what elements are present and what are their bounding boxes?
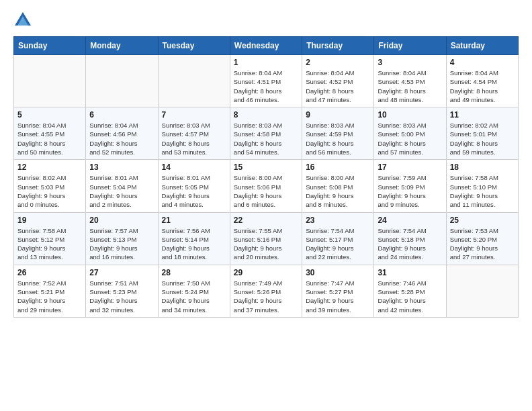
cell-day-number: 11 <box>450 110 515 120</box>
weekday-header-wednesday: Wednesday <box>230 37 302 55</box>
cell-info-text: Sunrise: 7:59 AM Sunset: 5:09 PM Dayligh… <box>378 173 442 209</box>
calendar-cell <box>14 55 86 107</box>
cell-info-text: Sunrise: 8:04 AM Sunset: 4:55 PM Dayligh… <box>17 121 82 156</box>
cell-day-number: 4 <box>450 58 515 67</box>
cell-info-text: Sunrise: 8:01 AM Sunset: 5:05 PM Dayligh… <box>162 173 226 209</box>
calendar-cell: 11Sunrise: 8:02 AM Sunset: 5:01 PM Dayli… <box>446 107 518 160</box>
calendar-cell <box>446 265 518 317</box>
cell-info-text: Sunrise: 8:00 AM Sunset: 5:06 PM Dayligh… <box>234 173 298 209</box>
cell-day-number: 9 <box>306 110 370 120</box>
calendar-cell: 26Sunrise: 7:52 AM Sunset: 5:21 PM Dayli… <box>14 265 86 317</box>
cell-day-number: 2 <box>306 58 370 67</box>
cell-info-text: Sunrise: 7:50 AM Sunset: 5:24 PM Dayligh… <box>162 279 226 314</box>
weekday-header-sunday: Sunday <box>14 37 86 55</box>
cell-info-text: Sunrise: 7:57 AM Sunset: 5:13 PM Dayligh… <box>89 226 154 262</box>
weekday-header-friday: Friday <box>374 37 446 55</box>
header <box>13 11 519 30</box>
cell-info-text: Sunrise: 7:47 AM Sunset: 5:27 PM Dayligh… <box>306 279 370 314</box>
calendar-cell: 4Sunrise: 8:04 AM Sunset: 4:54 PM Daylig… <box>446 55 518 107</box>
calendar-cell: 24Sunrise: 7:54 AM Sunset: 5:18 PM Dayli… <box>374 212 446 265</box>
cell-info-text: Sunrise: 7:58 AM Sunset: 5:10 PM Dayligh… <box>450 173 515 209</box>
cell-info-text: Sunrise: 8:03 AM Sunset: 4:57 PM Dayligh… <box>162 121 226 156</box>
calendar-cell: 14Sunrise: 8:01 AM Sunset: 5:05 PM Dayli… <box>158 160 230 212</box>
calendar-cell <box>86 55 158 107</box>
cell-info-text: Sunrise: 7:49 AM Sunset: 5:26 PM Dayligh… <box>234 279 298 314</box>
cell-info-text: Sunrise: 8:04 AM Sunset: 4:54 PM Dayligh… <box>450 68 515 104</box>
calendar-cell: 20Sunrise: 7:57 AM Sunset: 5:13 PM Dayli… <box>86 212 158 265</box>
cell-day-number: 13 <box>89 163 154 172</box>
calendar-cell: 8Sunrise: 8:03 AM Sunset: 4:58 PM Daylig… <box>230 107 302 160</box>
logo <box>13 11 35 30</box>
cell-day-number: 3 <box>378 58 442 67</box>
calendar-cell <box>158 55 230 107</box>
cell-day-number: 16 <box>306 163 370 172</box>
cell-info-text: Sunrise: 8:00 AM Sunset: 5:08 PM Dayligh… <box>306 173 370 209</box>
cell-day-number: 29 <box>234 268 298 277</box>
cell-info-text: Sunrise: 7:58 AM Sunset: 5:12 PM Dayligh… <box>17 226 82 262</box>
cell-info-text: Sunrise: 8:03 AM Sunset: 4:59 PM Dayligh… <box>306 121 370 156</box>
cell-info-text: Sunrise: 7:51 AM Sunset: 5:23 PM Dayligh… <box>89 279 154 314</box>
cell-day-number: 18 <box>450 163 515 172</box>
cell-day-number: 28 <box>162 268 226 277</box>
cell-info-text: Sunrise: 8:04 AM Sunset: 4:53 PM Dayligh… <box>378 68 442 104</box>
cell-info-text: Sunrise: 8:04 AM Sunset: 4:56 PM Dayligh… <box>89 121 154 156</box>
cell-day-number: 15 <box>234 163 298 172</box>
cell-day-number: 17 <box>378 163 442 172</box>
week-row-3: 12Sunrise: 8:02 AM Sunset: 5:03 PM Dayli… <box>14 160 519 212</box>
calendar-cell: 1Sunrise: 8:04 AM Sunset: 4:51 PM Daylig… <box>230 55 302 107</box>
cell-day-number: 10 <box>378 110 442 120</box>
cell-info-text: Sunrise: 8:03 AM Sunset: 5:00 PM Dayligh… <box>378 121 442 156</box>
cell-day-number: 8 <box>234 110 298 120</box>
week-row-2: 5Sunrise: 8:04 AM Sunset: 4:55 PM Daylig… <box>14 107 519 160</box>
calendar-cell: 12Sunrise: 8:02 AM Sunset: 5:03 PM Dayli… <box>14 160 86 212</box>
cell-info-text: Sunrise: 7:54 AM Sunset: 5:17 PM Dayligh… <box>306 226 370 262</box>
week-row-5: 26Sunrise: 7:52 AM Sunset: 5:21 PM Dayli… <box>14 265 519 317</box>
cell-day-number: 1 <box>234 58 298 67</box>
calendar-cell: 7Sunrise: 8:03 AM Sunset: 4:57 PM Daylig… <box>158 107 230 160</box>
cell-day-number: 7 <box>162 110 226 120</box>
calendar-cell: 18Sunrise: 7:58 AM Sunset: 5:10 PM Dayli… <box>446 160 518 212</box>
cell-day-number: 12 <box>17 163 82 172</box>
calendar-cell: 9Sunrise: 8:03 AM Sunset: 4:59 PM Daylig… <box>302 107 374 160</box>
weekday-header-monday: Monday <box>86 37 158 55</box>
cell-info-text: Sunrise: 7:56 AM Sunset: 5:14 PM Dayligh… <box>162 226 226 262</box>
cell-day-number: 14 <box>162 163 226 172</box>
calendar-cell: 13Sunrise: 8:01 AM Sunset: 5:04 PM Dayli… <box>86 160 158 212</box>
cell-day-number: 5 <box>17 110 82 120</box>
page: SundayMondayTuesdayWednesdayThursdayFrid… <box>0 0 532 411</box>
cell-day-number: 30 <box>306 268 370 277</box>
week-row-1: 1Sunrise: 8:04 AM Sunset: 4:51 PM Daylig… <box>14 55 519 107</box>
cell-info-text: Sunrise: 8:04 AM Sunset: 4:52 PM Dayligh… <box>306 68 370 104</box>
calendar-cell: 31Sunrise: 7:46 AM Sunset: 5:28 PM Dayli… <box>374 265 446 317</box>
weekday-header-row: SundayMondayTuesdayWednesdayThursdayFrid… <box>14 37 519 55</box>
cell-day-number: 19 <box>17 216 82 225</box>
calendar-cell: 3Sunrise: 8:04 AM Sunset: 4:53 PM Daylig… <box>374 55 446 107</box>
calendar-cell: 21Sunrise: 7:56 AM Sunset: 5:14 PM Dayli… <box>158 212 230 265</box>
calendar-cell: 29Sunrise: 7:49 AM Sunset: 5:26 PM Dayli… <box>230 265 302 317</box>
calendar-cell: 5Sunrise: 8:04 AM Sunset: 4:55 PM Daylig… <box>14 107 86 160</box>
cell-info-text: Sunrise: 7:46 AM Sunset: 5:28 PM Dayligh… <box>378 279 442 314</box>
cell-info-text: Sunrise: 8:02 AM Sunset: 5:01 PM Dayligh… <box>450 121 515 156</box>
cell-info-text: Sunrise: 8:03 AM Sunset: 4:58 PM Dayligh… <box>234 121 298 156</box>
cell-day-number: 24 <box>378 216 442 225</box>
calendar-cell: 19Sunrise: 7:58 AM Sunset: 5:12 PM Dayli… <box>14 212 86 265</box>
weekday-header-saturday: Saturday <box>446 37 518 55</box>
weekday-header-tuesday: Tuesday <box>158 37 230 55</box>
weekday-header-thursday: Thursday <box>302 37 374 55</box>
cell-day-number: 23 <box>306 216 370 225</box>
calendar-cell: 22Sunrise: 7:55 AM Sunset: 5:16 PM Dayli… <box>230 212 302 265</box>
calendar-cell: 15Sunrise: 8:00 AM Sunset: 5:06 PM Dayli… <box>230 160 302 212</box>
cell-day-number: 20 <box>89 216 154 225</box>
cell-info-text: Sunrise: 7:54 AM Sunset: 5:18 PM Dayligh… <box>378 226 442 262</box>
cell-day-number: 27 <box>89 268 154 277</box>
cell-info-text: Sunrise: 7:53 AM Sunset: 5:20 PM Dayligh… <box>450 226 515 262</box>
calendar-cell: 25Sunrise: 7:53 AM Sunset: 5:20 PM Dayli… <box>446 212 518 265</box>
cell-info-text: Sunrise: 8:04 AM Sunset: 4:51 PM Dayligh… <box>234 68 298 104</box>
week-row-4: 19Sunrise: 7:58 AM Sunset: 5:12 PM Dayli… <box>14 212 519 265</box>
calendar-cell: 23Sunrise: 7:54 AM Sunset: 5:17 PM Dayli… <box>302 212 374 265</box>
calendar-cell: 17Sunrise: 7:59 AM Sunset: 5:09 PM Dayli… <box>374 160 446 212</box>
cell-day-number: 26 <box>17 268 82 277</box>
cell-info-text: Sunrise: 8:01 AM Sunset: 5:04 PM Dayligh… <box>89 173 154 209</box>
calendar-cell: 28Sunrise: 7:50 AM Sunset: 5:24 PM Dayli… <box>158 265 230 317</box>
calendar: SundayMondayTuesdayWednesdayThursdayFrid… <box>13 36 519 318</box>
